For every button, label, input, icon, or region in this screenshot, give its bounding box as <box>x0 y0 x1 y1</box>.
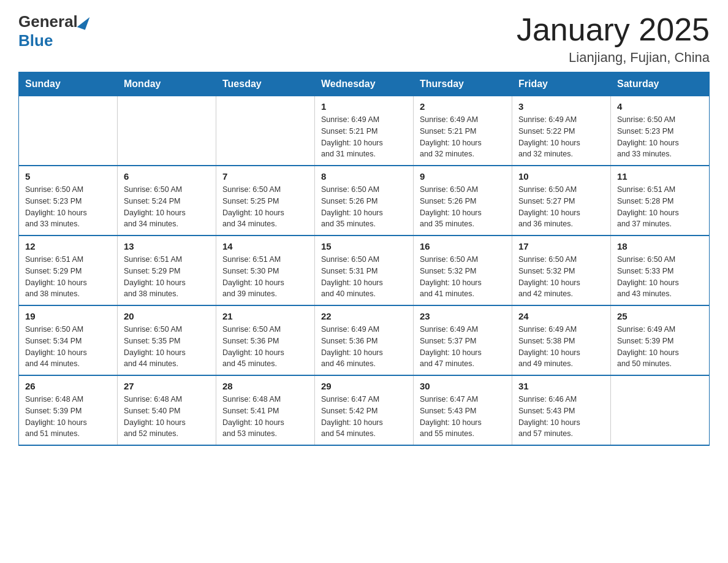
day-info: Sunrise: 6:50 AMSunset: 5:32 PMDaylight:… <box>518 254 604 300</box>
calendar-cell: 20Sunrise: 6:50 AMSunset: 5:35 PMDayligh… <box>118 305 216 375</box>
calendar-cell <box>118 96 216 166</box>
calendar-cell: 14Sunrise: 6:51 AMSunset: 5:30 PMDayligh… <box>216 236 315 305</box>
calendar-cell: 17Sunrise: 6:50 AMSunset: 5:32 PMDayligh… <box>512 236 611 305</box>
day-info: Sunrise: 6:50 AMSunset: 5:26 PMDaylight:… <box>321 184 407 230</box>
calendar-cell: 4Sunrise: 6:50 AMSunset: 5:23 PMDaylight… <box>611 96 710 166</box>
day-info: Sunrise: 6:48 AMSunset: 5:40 PMDaylight:… <box>124 394 210 440</box>
day-info: Sunrise: 6:51 AMSunset: 5:29 PMDaylight:… <box>124 254 210 300</box>
day-number: 18 <box>617 241 703 251</box>
day-info: Sunrise: 6:51 AMSunset: 5:28 PMDaylight:… <box>617 184 703 230</box>
day-number: 13 <box>124 241 210 251</box>
calendar-cell: 5Sunrise: 6:50 AMSunset: 5:23 PMDaylight… <box>19 166 118 236</box>
day-info: Sunrise: 6:49 AMSunset: 5:38 PMDaylight:… <box>518 324 604 370</box>
day-number: 20 <box>124 311 210 321</box>
calendar-cell: 26Sunrise: 6:48 AMSunset: 5:39 PMDayligh… <box>19 375 118 445</box>
day-info: Sunrise: 6:46 AMSunset: 5:43 PMDaylight:… <box>518 394 604 440</box>
day-number: 19 <box>25 311 111 321</box>
day-number: 2 <box>420 101 506 112</box>
day-number: 5 <box>25 171 111 182</box>
logo-triangle-icon <box>77 14 89 29</box>
day-info: Sunrise: 6:51 AMSunset: 5:29 PMDaylight:… <box>25 254 111 300</box>
day-info: Sunrise: 6:50 AMSunset: 5:26 PMDaylight:… <box>420 184 506 230</box>
day-info: Sunrise: 6:51 AMSunset: 5:30 PMDaylight:… <box>222 254 308 300</box>
day-number: 6 <box>124 171 210 182</box>
calendar-cell: 28Sunrise: 6:48 AMSunset: 5:41 PMDayligh… <box>216 375 315 445</box>
calendar-week-row: 5Sunrise: 6:50 AMSunset: 5:23 PMDaylight… <box>19 166 710 236</box>
day-number: 3 <box>518 101 604 112</box>
day-info: Sunrise: 6:50 AMSunset: 5:31 PMDaylight:… <box>321 254 407 300</box>
day-info: Sunrise: 6:50 AMSunset: 5:27 PMDaylight:… <box>518 184 604 230</box>
day-info: Sunrise: 6:49 AMSunset: 5:36 PMDaylight:… <box>321 324 407 370</box>
calendar-cell: 13Sunrise: 6:51 AMSunset: 5:29 PMDayligh… <box>118 236 216 305</box>
day-info: Sunrise: 6:50 AMSunset: 5:35 PMDaylight:… <box>124 324 210 370</box>
calendar-cell: 27Sunrise: 6:48 AMSunset: 5:40 PMDayligh… <box>118 375 216 445</box>
month-title: January 2025 <box>517 12 710 47</box>
day-number: 30 <box>420 381 506 391</box>
calendar-week-row: 12Sunrise: 6:51 AMSunset: 5:29 PMDayligh… <box>19 236 710 305</box>
day-info: Sunrise: 6:49 AMSunset: 5:37 PMDaylight:… <box>420 324 506 370</box>
calendar-cell: 7Sunrise: 6:50 AMSunset: 5:25 PMDaylight… <box>216 166 315 236</box>
header-sunday: Sunday <box>19 72 118 96</box>
calendar-cell: 6Sunrise: 6:50 AMSunset: 5:24 PMDaylight… <box>118 166 216 236</box>
day-number: 7 <box>222 171 308 182</box>
day-number: 22 <box>321 311 407 321</box>
day-number: 12 <box>25 241 111 251</box>
calendar-cell: 25Sunrise: 6:49 AMSunset: 5:39 PMDayligh… <box>611 305 710 375</box>
day-number: 9 <box>420 171 506 182</box>
day-info: Sunrise: 6:50 AMSunset: 5:24 PMDaylight:… <box>124 184 210 230</box>
day-number: 4 <box>617 101 703 112</box>
calendar-cell <box>216 96 315 166</box>
day-info: Sunrise: 6:47 AMSunset: 5:42 PMDaylight:… <box>321 394 407 440</box>
calendar-cell: 24Sunrise: 6:49 AMSunset: 5:38 PMDayligh… <box>512 305 611 375</box>
header-tuesday: Tuesday <box>216 72 315 96</box>
logo: General Blue <box>18 12 88 50</box>
day-info: Sunrise: 6:50 AMSunset: 5:32 PMDaylight:… <box>420 254 506 300</box>
day-number: 16 <box>420 241 506 251</box>
day-number: 23 <box>420 311 506 321</box>
day-info: Sunrise: 6:48 AMSunset: 5:39 PMDaylight:… <box>25 394 111 440</box>
calendar-cell: 18Sunrise: 6:50 AMSunset: 5:33 PMDayligh… <box>611 236 710 305</box>
day-info: Sunrise: 6:50 AMSunset: 5:36 PMDaylight:… <box>222 324 308 370</box>
header-wednesday: Wednesday <box>315 72 414 96</box>
day-number: 11 <box>617 171 703 182</box>
calendar-cell: 30Sunrise: 6:47 AMSunset: 5:43 PMDayligh… <box>414 375 512 445</box>
calendar-cell: 11Sunrise: 6:51 AMSunset: 5:28 PMDayligh… <box>611 166 710 236</box>
page-header: General Blue January 2025 Lianjiang, Fuj… <box>18 12 710 66</box>
day-number: 26 <box>25 381 111 391</box>
day-number: 14 <box>222 241 308 251</box>
day-number: 17 <box>518 241 604 251</box>
logo-general-text: General <box>18 12 78 31</box>
day-number: 25 <box>617 311 703 321</box>
day-number: 10 <box>518 171 604 182</box>
calendar-cell: 15Sunrise: 6:50 AMSunset: 5:31 PMDayligh… <box>315 236 414 305</box>
calendar-cell: 22Sunrise: 6:49 AMSunset: 5:36 PMDayligh… <box>315 305 414 375</box>
calendar-cell: 16Sunrise: 6:50 AMSunset: 5:32 PMDayligh… <box>414 236 512 305</box>
day-info: Sunrise: 6:50 AMSunset: 5:34 PMDaylight:… <box>25 324 111 370</box>
day-number: 1 <box>321 101 407 112</box>
calendar-cell: 19Sunrise: 6:50 AMSunset: 5:34 PMDayligh… <box>19 305 118 375</box>
logo-blue-text: Blue <box>18 31 53 50</box>
calendar-cell: 8Sunrise: 6:50 AMSunset: 5:26 PMDaylight… <box>315 166 414 236</box>
day-number: 8 <box>321 171 407 182</box>
day-info: Sunrise: 6:48 AMSunset: 5:41 PMDaylight:… <box>222 394 308 440</box>
title-block: January 2025 Lianjiang, Fujian, China <box>517 12 710 66</box>
calendar-week-row: 19Sunrise: 6:50 AMSunset: 5:34 PMDayligh… <box>19 305 710 375</box>
calendar-table: SundayMondayTuesdayWednesdayThursdayFrid… <box>18 72 710 446</box>
day-info: Sunrise: 6:49 AMSunset: 5:21 PMDaylight:… <box>321 114 407 160</box>
day-info: Sunrise: 6:49 AMSunset: 5:21 PMDaylight:… <box>420 114 506 160</box>
day-number: 21 <box>222 311 308 321</box>
day-number: 27 <box>124 381 210 391</box>
calendar-cell: 1Sunrise: 6:49 AMSunset: 5:21 PMDaylight… <box>315 96 414 166</box>
day-info: Sunrise: 6:50 AMSunset: 5:23 PMDaylight:… <box>25 184 111 230</box>
calendar-cell: 9Sunrise: 6:50 AMSunset: 5:26 PMDaylight… <box>414 166 512 236</box>
header-saturday: Saturday <box>611 72 710 96</box>
calendar-cell: 31Sunrise: 6:46 AMSunset: 5:43 PMDayligh… <box>512 375 611 445</box>
day-info: Sunrise: 6:50 AMSunset: 5:33 PMDaylight:… <box>617 254 703 300</box>
location-title: Lianjiang, Fujian, China <box>517 50 710 66</box>
calendar-cell <box>611 375 710 445</box>
calendar-cell: 23Sunrise: 6:49 AMSunset: 5:37 PMDayligh… <box>414 305 512 375</box>
calendar-cell: 10Sunrise: 6:50 AMSunset: 5:27 PMDayligh… <box>512 166 611 236</box>
day-number: 29 <box>321 381 407 391</box>
calendar-cell: 3Sunrise: 6:49 AMSunset: 5:22 PMDaylight… <box>512 96 611 166</box>
calendar-cell: 12Sunrise: 6:51 AMSunset: 5:29 PMDayligh… <box>19 236 118 305</box>
